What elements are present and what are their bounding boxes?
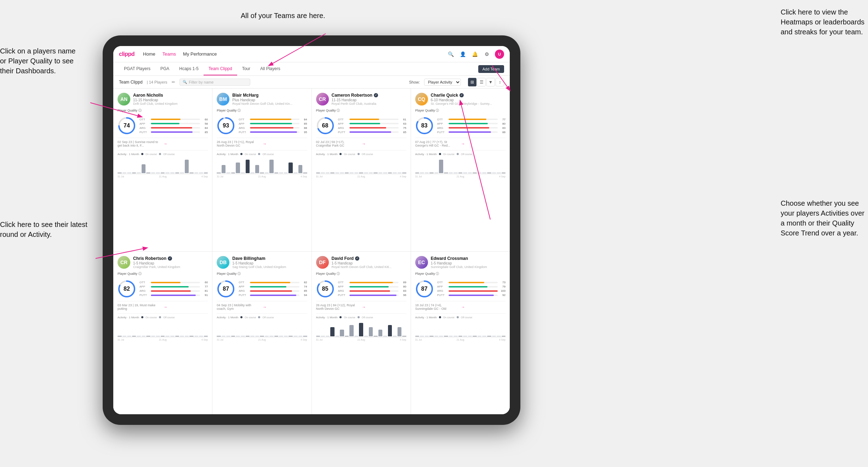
score-circle[interactable]: 93: [217, 116, 235, 135]
chart-bar: [378, 173, 383, 173]
activity-section: Activity · 1 Month On course Off course …: [118, 150, 208, 178]
settings-icon[interactable]: ⚙: [483, 50, 491, 58]
score-circle[interactable]: 85: [316, 280, 335, 298]
chart-bar: [194, 336, 199, 336]
player-card[interactable]: CR Cameron Robertson ✓ 11-15 Handicap Ro…: [312, 89, 411, 251]
score-circle[interactable]: 68: [316, 116, 335, 135]
nav-my-performance[interactable]: My Performance: [183, 50, 217, 58]
metric-bar: [349, 290, 390, 292]
chart-bar: [373, 173, 378, 173]
chart-bar: [132, 336, 136, 336]
player-name[interactable]: Blair McHarg: [232, 93, 307, 98]
player-handicap: 1-5 Handicap: [332, 261, 406, 265]
round-arrow-icon[interactable]: →: [362, 142, 406, 146]
avatar[interactable]: U: [495, 50, 504, 59]
metric-value: 58: [201, 122, 208, 125]
score-circle[interactable]: 82: [118, 280, 136, 298]
score-circle[interactable]: 74: [118, 116, 136, 135]
metric-bar-bg: [449, 127, 498, 129]
metric-bar: [449, 131, 491, 133]
round-arrow-icon[interactable]: →: [164, 142, 208, 146]
chart-label-start: 31 Jul: [118, 175, 124, 178]
nav-teams[interactable]: Teams: [162, 50, 176, 58]
metric-value: 95: [301, 131, 307, 134]
metric-row: ARG 103: [437, 289, 506, 292]
nav-home[interactable]: Home: [143, 50, 155, 58]
player-card[interactable]: CQ Charlie Quick ✓ 6-10 Handicap St. Geo…: [411, 89, 510, 251]
add-team-button[interactable]: Add Team: [478, 65, 504, 73]
latest-round-text: 26 Aug 23 | 73 (+1), Royal North Devon G…: [217, 140, 261, 147]
player-name[interactable]: David Ford ✓: [332, 256, 406, 261]
activity-title: Activity · 1 Month: [118, 316, 139, 319]
tab-all-players[interactable]: All Players: [255, 62, 285, 75]
metric-bar: [151, 127, 192, 129]
chart-bar: [269, 160, 274, 173]
round-arrow-icon[interactable]: →: [461, 305, 506, 309]
edit-team-icon[interactable]: ✏: [172, 80, 175, 85]
player-card[interactable]: DB Dave Billingham 1-5 Handicap Sag Main…: [212, 252, 311, 415]
score-circle[interactable]: 87: [415, 280, 434, 298]
metric-label: PUTT: [239, 294, 249, 297]
player-card[interactable]: DF David Ford ✓ 1-5 Handicap Royal North…: [312, 252, 411, 415]
grid-view-button[interactable]: ⊞: [468, 78, 476, 86]
user-icon[interactable]: 👤: [459, 50, 467, 58]
chart-bar: [439, 160, 443, 173]
filter-button[interactable]: ▼: [486, 78, 495, 86]
activity-legend: On course Off course: [240, 153, 274, 155]
player-club: Royal North Devon Golf Club, United Kiti…: [332, 265, 406, 269]
on-course-legend-dot: [141, 316, 143, 318]
round-arrow-icon[interactable]: →: [263, 142, 307, 146]
player-name[interactable]: Cameron Robertson ✓: [332, 93, 406, 98]
player-grid: AN Aaron Nicholls 11-15 Handicap Drift G…: [113, 89, 510, 414]
chart-labels: 31 Jul 21 Aug 4 Sep: [217, 175, 307, 178]
off-course-legend-dot: [159, 153, 161, 155]
chart-bar: [185, 160, 189, 173]
sort-button[interactable]: ↕: [496, 78, 504, 86]
tab-tour[interactable]: Tour: [237, 62, 255, 75]
metric-bar: [250, 290, 292, 292]
tab-hcaps[interactable]: Hcaps 1-5: [174, 62, 204, 75]
list-view-button[interactable]: ☰: [477, 78, 486, 86]
show-select[interactable]: Player Activity: [424, 79, 461, 86]
bell-icon[interactable]: 🔔: [471, 50, 479, 58]
verified-badge: ✓: [459, 93, 464, 97]
quality-label: Player Quality ⓘ: [415, 108, 506, 113]
player-name[interactable]: Chris Robertson ✓: [133, 256, 208, 261]
activity-header: Activity · 1 Month On course Off course: [415, 153, 506, 156]
player-card[interactable]: EC Edward Crossman 1-5 Handicap Sunningd…: [411, 252, 510, 415]
chart-bar: [492, 173, 496, 173]
round-arrow-icon[interactable]: →: [164, 305, 208, 309]
round-arrow-icon[interactable]: →: [461, 142, 506, 146]
tab-pga[interactable]: PGA: [155, 62, 174, 75]
score-circle[interactable]: 87: [217, 280, 235, 298]
score-number: 87: [223, 286, 229, 292]
tab-team-clippd[interactable]: Team Clippd: [204, 62, 237, 75]
round-arrow-icon[interactable]: →: [362, 305, 406, 309]
metric-row: OTT 60: [139, 118, 208, 121]
score-number: 85: [322, 286, 329, 292]
chart-area: [316, 157, 406, 174]
activity-legend: On course Off course: [439, 316, 472, 319]
player-card[interactable]: BM Blair McHarg Plus Handicap Royal Nort…: [212, 89, 311, 251]
metric-value: 84: [301, 118, 307, 121]
score-circle[interactable]: 83: [415, 116, 434, 135]
view-icons: ⊞ ☰ ▼ ↕: [468, 78, 504, 86]
metric-label: APP: [338, 122, 348, 125]
round-arrow-icon[interactable]: →: [263, 305, 307, 309]
player-name[interactable]: Charlie Quick ✓: [431, 93, 506, 98]
player-name[interactable]: Aaron Nicholls: [133, 93, 208, 98]
tab-pgat-players[interactable]: PGAT Players: [119, 62, 155, 75]
metric-label: OTT: [239, 118, 249, 121]
chart-bar: [444, 173, 448, 173]
search-bar[interactable]: 🔍 Filter by name: [179, 79, 250, 86]
show-label: Show:: [409, 80, 420, 84]
metric-row: APP 79: [437, 285, 506, 288]
search-icon[interactable]: 🔍: [447, 50, 455, 58]
chart-bar: [425, 336, 429, 336]
player-card[interactable]: CR Chris Robertson ✓ 1-5 Handicap Craigm…: [113, 252, 212, 415]
player-name[interactable]: Edward Crossman: [431, 256, 506, 261]
player-name[interactable]: Dave Billingham: [232, 256, 307, 261]
player-card[interactable]: AN Aaron Nicholls 11-15 Handicap Drift G…: [113, 89, 212, 251]
metric-bar: [349, 286, 389, 287]
chart-bar: [420, 173, 424, 173]
